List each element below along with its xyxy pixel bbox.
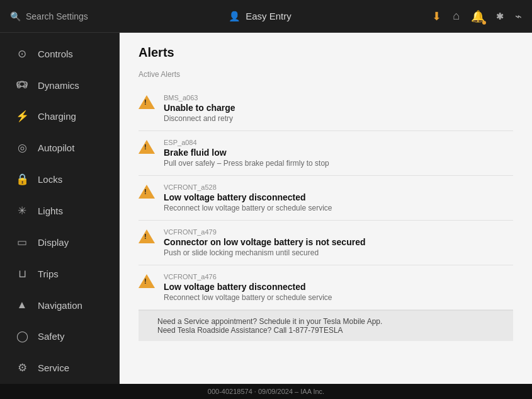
alert-item-vcfront-a528[interactable]: VCFRONT_a528 Low voltage battery disconn… xyxy=(139,176,513,221)
warning-icon-bms xyxy=(139,95,155,109)
alerts-panel: Alerts Active Alerts BMS_a063 Unable to … xyxy=(120,33,532,384)
lock-icon: 🔒 xyxy=(15,173,29,186)
alert-desc-a528: Reconnect low voltage battery or schedul… xyxy=(164,204,513,212)
sidebar-label-autopilot: Autopilot xyxy=(38,142,74,153)
charging-icon: ⚡ xyxy=(15,110,29,123)
autopilot-icon: ◎ xyxy=(15,141,29,154)
warning-icon-a528 xyxy=(139,185,155,199)
warning-icon-a476 xyxy=(139,274,155,288)
alert-desc-bms: Disconnect and retry xyxy=(164,114,513,123)
search-area[interactable]: 🔍 Search Settings xyxy=(10,11,88,21)
search-icon: 🔍 xyxy=(10,11,21,21)
alert-title-a528: Low voltage battery disconnected xyxy=(164,192,513,202)
bell-icon[interactable]: 🔔 xyxy=(471,9,485,23)
dynamics-icon xyxy=(15,79,29,91)
sidebar-item-lights[interactable]: ✳ Lights xyxy=(3,195,116,226)
banner-line2: Need Tesla Roadside Assistance? Call 1-8… xyxy=(157,326,494,335)
alert-code-a479: VCFRONT_a479 xyxy=(164,228,513,236)
sidebar-item-safety[interactable]: ◯ Safety xyxy=(3,321,116,352)
display-icon: ▭ xyxy=(15,236,29,249)
warning-icon-a479 xyxy=(139,229,155,243)
sidebar-label-trips: Trips xyxy=(38,269,59,279)
safety-icon: ◯ xyxy=(15,330,29,343)
alert-title-bms: Unable to charge xyxy=(164,103,513,113)
sidebar-item-navigation[interactable]: ▲ Navigation xyxy=(3,290,116,320)
alert-desc-a479: Push or slide locking mechanism until se… xyxy=(164,248,513,257)
sidebar-label-locks: Locks xyxy=(38,174,62,185)
signal-icon[interactable]: ⌁ xyxy=(515,9,522,23)
sidebar-item-charging[interactable]: ⚡ Charging xyxy=(3,101,116,132)
alert-content-a479: VCFRONT_a479 Connector on low voltage ba… xyxy=(164,228,513,257)
alerts-title: Alerts xyxy=(139,45,513,60)
alert-code-bms: BMS_a063 xyxy=(164,94,513,101)
alert-item-bms[interactable]: BMS_a063 Unable to charge Disconnect and… xyxy=(139,86,513,131)
alert-code-a528: VCFRONT_a528 xyxy=(164,183,513,191)
controls-icon: ⊙ xyxy=(15,47,29,61)
sidebar-label-dynamics: Dynamics xyxy=(38,80,79,91)
alert-item-esp[interactable]: ESP_a084 Brake fluid low Pull over safel… xyxy=(139,131,513,176)
lights-icon: ✳ xyxy=(15,204,29,217)
content-area: Alerts Active Alerts BMS_a063 Unable to … xyxy=(120,33,532,384)
sidebar-item-service[interactable]: ⚙ Service xyxy=(3,352,116,383)
sidebar-item-autopilot[interactable]: ◎ Autopilot xyxy=(3,132,116,163)
alert-title-esp: Brake fluid low xyxy=(164,147,513,158)
sidebar: ⊙ Controls Dynamics ⚡ Charging ◎ Autopil… xyxy=(0,33,120,384)
warning-icon-esp xyxy=(139,140,155,154)
sidebar-item-locks[interactable]: 🔒 Locks xyxy=(3,164,116,195)
sidebar-label-lights: Lights xyxy=(38,205,63,216)
alert-item-vcfront-a476[interactable]: VCFRONT_a476 Low voltage battery disconn… xyxy=(139,265,513,310)
sidebar-item-display[interactable]: ▭ Display xyxy=(3,227,116,258)
trips-icon: ⊔ xyxy=(15,267,29,280)
search-placeholder: Search Settings xyxy=(26,11,88,21)
sidebar-item-controls[interactable]: ⊙ Controls xyxy=(3,38,116,69)
alert-content-a476: VCFRONT_a476 Low voltage battery disconn… xyxy=(164,273,513,302)
alert-title-a476: Low voltage battery disconnected xyxy=(164,282,513,292)
easy-entry-label[interactable]: Easy Entry xyxy=(246,11,291,21)
alert-code-a476: VCFRONT_a476 xyxy=(164,273,513,280)
alert-content-bms: BMS_a063 Unable to charge Disconnect and… xyxy=(164,94,513,123)
alert-title-a479: Connector on low voltage battery is not … xyxy=(164,237,513,247)
alert-item-vcfront-a479[interactable]: VCFRONT_a479 Connector on low voltage ba… xyxy=(139,221,513,265)
sidebar-item-dynamics[interactable]: Dynamics xyxy=(3,70,116,100)
service-icon: ⚙ xyxy=(15,361,29,374)
home-icon[interactable]: ⌂ xyxy=(453,9,460,23)
navigation-icon: ▲ xyxy=(15,299,29,311)
download-icon[interactable]: ⬇ xyxy=(432,9,441,23)
bottom-banner: Need a Service appointment? Schedule it … xyxy=(139,310,513,341)
sidebar-item-trips[interactable]: ⊔ Trips xyxy=(3,258,116,289)
person-icon: 👤 xyxy=(229,11,241,22)
top-center: 👤 Easy Entry xyxy=(88,11,432,22)
active-alerts-label: Active Alerts xyxy=(139,70,513,79)
sidebar-label-service: Service xyxy=(38,362,69,373)
alert-desc-a476: Reconnect low voltage battery or schedul… xyxy=(164,293,513,302)
alert-content-a528: VCFRONT_a528 Low voltage battery disconn… xyxy=(164,183,513,212)
main-layout: ⊙ Controls Dynamics ⚡ Charging ◎ Autopil… xyxy=(0,33,532,384)
sidebar-label-navigation: Navigation xyxy=(38,300,82,311)
alert-desc-esp: Pull over safely – Press brake pedal fir… xyxy=(164,159,513,168)
top-bar: 🔍 Search Settings 👤 Easy Entry ⬇ ⌂ 🔔 ✱ ⌁ xyxy=(0,0,532,33)
sidebar-label-safety: Safety xyxy=(38,331,65,342)
alert-code-esp: ESP_a084 xyxy=(164,139,513,146)
bluetooth-icon[interactable]: ✱ xyxy=(496,11,504,21)
alert-content-esp: ESP_a084 Brake fluid low Pull over safel… xyxy=(164,139,513,168)
top-right-icons: ⬇ ⌂ 🔔 ✱ ⌁ xyxy=(432,9,522,23)
bottom-strip-text: 000-40218574 · 09/09/2024 – IAA Inc. xyxy=(208,388,324,395)
bottom-strip: 000-40218574 · 09/09/2024 – IAA Inc. xyxy=(0,384,532,399)
banner-line1: Need a Service appointment? Schedule it … xyxy=(157,317,494,326)
sidebar-label-display: Display xyxy=(38,237,69,248)
sidebar-label-controls: Controls xyxy=(38,49,73,59)
sidebar-label-charging: Charging xyxy=(38,111,76,122)
notification-dot xyxy=(482,21,486,25)
